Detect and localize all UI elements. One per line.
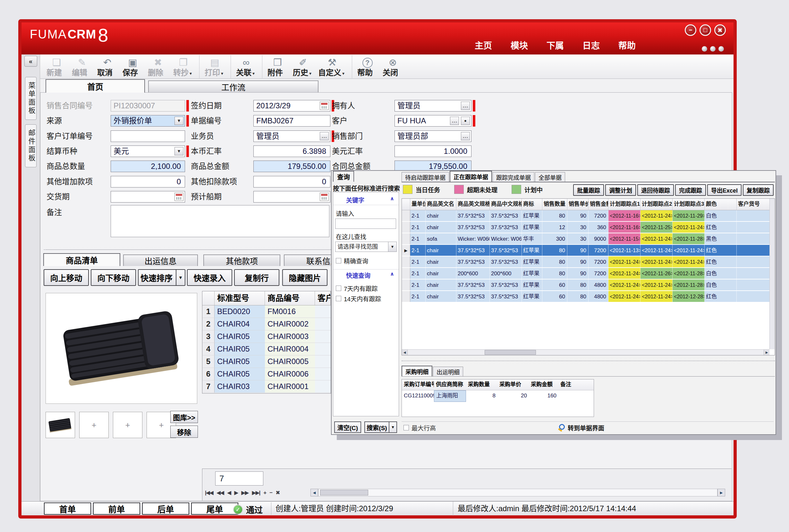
product-row[interactable]: 6 CHAIR05 CHAIR0006: [202, 368, 331, 380]
tracking-tab[interactable]: 待启动跟踪单据: [402, 172, 449, 182]
exact-query-checkbox[interactable]: 精确查询: [336, 256, 368, 265]
lookup-button[interactable]: …: [320, 132, 329, 140]
minimize-button[interactable]: −: [685, 24, 696, 36]
sub-tab[interactable]: 采购明细: [402, 366, 432, 376]
dropdown-arrow-icon[interactable]: ▼: [388, 242, 397, 251]
sidebar-tab-menu-panel[interactable]: 菜单面板: [25, 77, 37, 120]
track-14days-checkbox[interactable]: 14天内有跟踪: [336, 294, 381, 303]
record-nav-icon[interactable]: ▶▶|: [252, 489, 260, 496]
tracking-row[interactable]: 2-1 chair 200*600 200*600 红苹果 80 90 7200…: [402, 268, 774, 280]
record-count-field[interactable]: 7: [215, 471, 263, 486]
record-nav-icon[interactable]: +: [263, 490, 266, 496]
product-row[interactable]: 4 CHAIR05 CHAIR0004: [202, 343, 331, 356]
tracking-tab[interactable]: 正在跟踪单据: [449, 171, 492, 182]
copy-row-button[interactable]: 复制行: [234, 269, 279, 286]
top-menu-item[interactable]: 模块: [511, 39, 528, 51]
toolbar-button[interactable]: ❒ 附件: [262, 55, 290, 78]
toolbar-button[interactable]: ↶ 取消: [95, 55, 120, 78]
record-jump-button[interactable]: 前单: [93, 502, 140, 515]
product-row[interactable]: 1 BED0020 FM0016: [202, 305, 331, 318]
quick-sort-button[interactable]: 快速排序▼: [138, 269, 185, 286]
calendar-icon[interactable]: [320, 101, 329, 110]
gallery-button[interactable]: 图库>>: [170, 411, 198, 423]
move-up-button[interactable]: 向上移动: [43, 269, 89, 286]
quick-section[interactable]: 快速查询 ∧: [333, 269, 399, 281]
vertical-scrollbar[interactable]: [769, 199, 774, 349]
quick-entry-button[interactable]: 快速录入: [187, 269, 232, 286]
toolbar-button[interactable]: ✎ 编辑: [69, 55, 95, 78]
product-row[interactable]: 5 CHAIR05 CHAIR0005: [202, 356, 331, 368]
tab-home[interactable]: 首页: [45, 79, 145, 93]
scroll-right-icon[interactable]: ▶: [764, 350, 769, 356]
top-menu-item[interactable]: 日志: [583, 39, 600, 51]
toolbar-button[interactable]: ❏ 新建: [44, 55, 69, 78]
checkbox-icon[interactable]: [336, 296, 341, 301]
customer-flag-icon[interactable]: ●: [461, 117, 470, 125]
tracking-tab[interactable]: 跟踪完成单据: [493, 172, 534, 182]
search-dropdown-icon[interactable]: ▼: [389, 421, 397, 433]
clear-button[interactable]: 清空(C): [334, 421, 361, 433]
record-jump-button[interactable]: 首单: [44, 502, 91, 515]
record-nav-icon[interactable]: ▶: [234, 489, 238, 496]
scroll-left-icon[interactable]: ◀: [402, 350, 408, 356]
keyword-section[interactable]: 关键字 ∧: [333, 194, 399, 205]
field-source[interactable]: 外销报价单 ▼: [111, 115, 185, 127]
product-row[interactable]: 3 CHAIR05 CHAIR0003: [202, 330, 331, 343]
field-other-minus[interactable]: 0: [253, 176, 330, 188]
calendar-icon[interactable]: [175, 193, 183, 201]
tracking-row[interactable]: 2-1 chair 37.5*32*53 37.5*32*53 红苹果 60 8…: [402, 280, 774, 291]
scroll-left-icon[interactable]: ◀: [310, 489, 318, 496]
collapse-caret-icon[interactable]: ∧: [390, 195, 394, 202]
remove-image-button[interactable]: 移除: [170, 425, 198, 438]
tab-workflow[interactable]: 工作流: [148, 80, 318, 93]
scrollbar-track[interactable]: [408, 350, 764, 356]
record-nav-icon[interactable]: ▶▶: [241, 489, 248, 496]
tracking-row[interactable]: ▶ 2-1 chair 37.5*32*53 37.5*32*53 红苹果 80…: [402, 245, 774, 256]
tab-query[interactable]: 查询: [333, 171, 354, 182]
hide-image-button[interactable]: 隐藏图片: [282, 269, 328, 286]
goto-document-link[interactable]: 转到单据界面: [557, 423, 604, 432]
dropdown-arrow-icon[interactable]: ▼: [176, 270, 183, 285]
field-other-add[interactable]: 0: [111, 176, 185, 188]
toolbar-button[interactable]: ∞ 关联 ▾: [231, 55, 259, 78]
toolbar-button[interactable]: ⚒ 自定义 ▾: [316, 55, 349, 78]
checkbox-icon[interactable]: [336, 258, 341, 263]
record-nav-icon[interactable]: −: [270, 490, 272, 496]
field-owner[interactable]: 管理员 …: [395, 100, 472, 112]
close-button[interactable]: ✖: [714, 24, 726, 36]
thumbnail-1[interactable]: [45, 412, 75, 438]
search-button[interactable]: 搜索(S): [364, 421, 389, 433]
field-delivery-date[interactable]: [111, 191, 185, 203]
record-nav-icon[interactable]: ◀: [227, 489, 231, 496]
record-jump-button[interactable]: 后单: [142, 502, 189, 515]
field-doc-no[interactable]: FMBJ0267: [253, 115, 330, 127]
field-cust-order-no[interactable]: [111, 130, 185, 142]
field-remark[interactable]: [111, 205, 329, 237]
tab-product-list[interactable]: 商品清单: [43, 253, 120, 266]
field-sales-dept[interactable]: 管理员部 …: [395, 130, 472, 142]
scope-select[interactable]: 请选择寻找范围 ▼: [335, 242, 397, 252]
field-salesman[interactable]: 管理员 …: [253, 130, 330, 142]
toolbar-button[interactable]: ▣ 保存: [120, 55, 145, 78]
field-currency[interactable]: 美元 ▼: [111, 146, 185, 157]
sidebar-tab-mail-panel[interactable]: 邮件面板: [25, 124, 37, 167]
tracking-row[interactable]: 2-1 chair 37.5*32*53 37.5*32*53 红苹果 12 3…: [402, 222, 774, 233]
field-local-rate[interactable]: 6.3898: [253, 146, 330, 157]
product-row[interactable]: 7 CHAIR03 CHAIR0001: [202, 380, 331, 393]
collapse-caret-icon[interactable]: ∧: [390, 271, 394, 277]
scrollbar-thumb[interactable]: [320, 490, 368, 495]
field-sign-date[interactable]: 2012/3/29: [253, 100, 330, 112]
record-nav-icon[interactable]: |◀◀: [205, 489, 213, 496]
lookup-button[interactable]: …: [461, 101, 470, 110]
thumbnail-add-slot[interactable]: +: [113, 412, 142, 438]
tracking-row[interactable]: 2-1 chair 37.5*32*53 37.5*32*53 红苹果 80 9…: [402, 210, 774, 222]
tracking-action-button[interactable]: 批量跟踪: [573, 184, 604, 196]
tracking-action-button[interactable]: 退回待跟踪: [637, 184, 674, 196]
dropdown-button[interactable]: ▼: [175, 147, 183, 155]
scrollbar-thumb[interactable]: [484, 350, 536, 355]
tracking-row[interactable]: 2-1 sofa Wicker: W060 d Wicker: W060 d 华…: [402, 233, 774, 245]
tracking-tab[interactable]: 全部单据: [535, 172, 565, 182]
record-nav-icon[interactable]: ◀◀: [217, 489, 223, 496]
toolbar-button[interactable]: ⊗ 关闭: [380, 55, 405, 78]
track-7days-checkbox[interactable]: 7天内有跟踪: [336, 284, 378, 292]
